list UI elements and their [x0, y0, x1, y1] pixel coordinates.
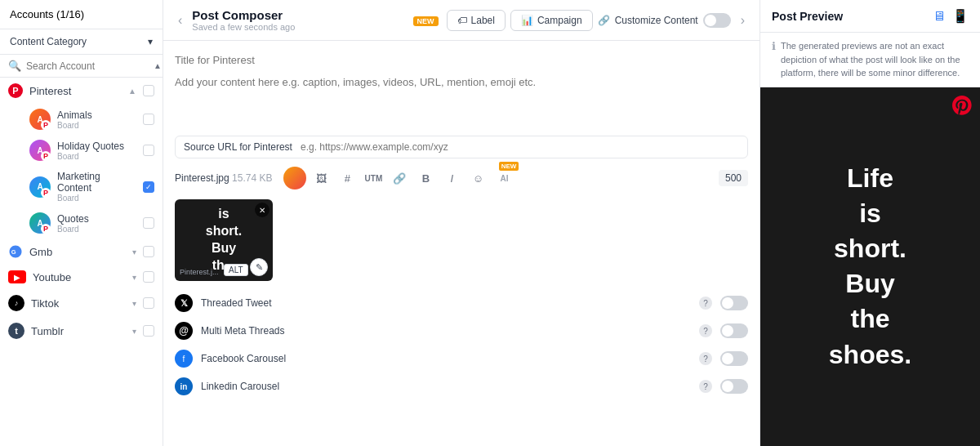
- uploaded-image: isshort.Buyth... ✕ Pinterest.j... ALT ✎: [175, 199, 273, 281]
- board-animals-info: Animals Board: [57, 109, 136, 130]
- link-tool-btn[interactable]: 🔗: [388, 167, 411, 190]
- link-icon: 🔗: [598, 15, 610, 26]
- next-arrow-btn[interactable]: ›: [737, 13, 748, 28]
- board-animals[interactable]: P A Animals Board: [0, 104, 163, 135]
- platform-tumblr-header[interactable]: t Tumblr ▾: [0, 317, 163, 345]
- multi-meta-label: Multi Meta Threads: [201, 325, 691, 337]
- gmb-icon: G: [8, 244, 23, 259]
- image-tool-btn[interactable]: 🖼: [310, 167, 332, 190]
- board-holiday[interactable]: P A Holiday Quotes Board: [0, 135, 163, 166]
- board-quotes-name: Quotes: [57, 213, 136, 225]
- search-icon: 🔍: [8, 60, 21, 72]
- li-carousel-label: Linkedin Carousel: [201, 381, 691, 392]
- board-marketing-avatar: P A: [29, 176, 51, 198]
- platform-pinterest-header[interactable]: P Pinterest ▲: [0, 78, 163, 104]
- source-url-input[interactable]: [301, 141, 739, 153]
- pinterest-checkbox[interactable]: [143, 85, 154, 96]
- li-carousel-help-icon[interactable]: ?: [699, 380, 712, 393]
- image-filename-label: Pinterest.j...: [180, 268, 219, 276]
- gmb-chevron-icon: ▾: [132, 248, 136, 256]
- tiktok-icon: ♪: [8, 295, 24, 311]
- x-icon: 𝕏: [175, 294, 193, 312]
- title-input[interactable]: [175, 51, 748, 69]
- info-icon: ℹ: [772, 40, 776, 52]
- desktop-preview-btn[interactable]: 🖥: [933, 8, 946, 24]
- svg-text:G: G: [11, 248, 16, 256]
- option-threaded-tweet: 𝕏 Threaded Tweet ?: [175, 294, 748, 312]
- file-name: Pinterest.jpg: [175, 172, 229, 184]
- li-carousel-toggle[interactable]: [720, 379, 748, 394]
- label-btn[interactable]: 🏷 Label: [447, 10, 506, 31]
- tumblr-icon: t: [8, 323, 24, 339]
- accounts-title: Accounts (1/16): [10, 8, 84, 20]
- board-quotes-label: Board: [57, 225, 136, 234]
- youtube-name: Youtube: [33, 271, 126, 283]
- bold-tool-btn[interactable]: B: [414, 167, 437, 190]
- source-url-label: Source URL for Pinterest: [184, 141, 292, 153]
- emoji-tool-btn[interactable]: ☺: [466, 167, 489, 190]
- alt-badge-btn[interactable]: ALT: [224, 264, 248, 276]
- prev-arrow-btn[interactable]: ‹: [175, 13, 185, 28]
- tumblr-name: Tumblr: [31, 325, 126, 337]
- tumblr-checkbox[interactable]: [143, 325, 154, 337]
- platform-gmb-header[interactable]: G Gmb ▾: [0, 239, 163, 265]
- linkedin-icon: in: [175, 377, 193, 395]
- preview-image: Lifeisshort.Buytheshoes.: [760, 87, 980, 447]
- search-input[interactable]: [26, 60, 149, 72]
- search-box: 🔍 ▲: [0, 55, 163, 78]
- facebook-icon: f: [175, 350, 193, 368]
- sidebar-header: Accounts (1/16): [0, 0, 163, 29]
- gmb-name: Gmb: [29, 246, 126, 258]
- board-quotes-checkbox[interactable]: [143, 217, 154, 229]
- platform-youtube-header[interactable]: ▶ Youtube ▾: [0, 265, 163, 289]
- threads-icon: @: [175, 322, 193, 340]
- board-marketing-checkbox[interactable]: [143, 181, 154, 193]
- board-marketing-name: Marketing Content: [57, 171, 136, 194]
- char-count: 500: [719, 170, 748, 186]
- tiktok-checkbox[interactable]: [143, 297, 154, 309]
- image-upload-area: isshort.Buyth... ✕ Pinterest.j... ALT ✎: [175, 199, 273, 281]
- option-fb-carousel: f Facebook Carousel ?: [175, 350, 748, 368]
- up-arrow-icon[interactable]: ▲: [154, 61, 162, 70]
- composer-title: Post Composer: [192, 8, 406, 22]
- multi-meta-toggle[interactable]: [720, 323, 748, 338]
- image-close-btn[interactable]: ✕: [255, 203, 270, 217]
- utm-tool-btn[interactable]: UTM: [362, 167, 385, 190]
- board-holiday-checkbox[interactable]: [143, 145, 154, 156]
- platform-tiktok-header[interactable]: ♪ Tiktok ▾: [0, 289, 163, 317]
- threaded-tweet-toggle[interactable]: [720, 296, 748, 310]
- content-input[interactable]: [175, 76, 748, 125]
- edit-image-btn[interactable]: ✎: [250, 258, 268, 276]
- content-category-dropdown[interactable]: Content Category ▾: [0, 29, 163, 55]
- multi-meta-help-icon[interactable]: ?: [699, 324, 712, 337]
- label-icon: 🏷: [457, 15, 467, 26]
- toolbar-row: Pinterest.jpg 15.74 KB 🖼 # UTM 🔗 B I ☺ A…: [175, 167, 748, 190]
- option-li-carousel: in Linkedin Carousel ?: [175, 377, 748, 395]
- option-multi-meta: @ Multi Meta Threads ?: [175, 322, 748, 340]
- hashtag-tool-btn[interactable]: #: [336, 167, 359, 190]
- accounts-list: P Pinterest ▲ P A Animals Board P: [0, 78, 163, 446]
- mobile-preview-btn[interactable]: 📱: [952, 8, 969, 24]
- italic-tool-btn[interactable]: I: [440, 167, 463, 190]
- preview-pinterest-icon: [952, 96, 972, 119]
- youtube-checkbox[interactable]: [143, 271, 154, 283]
- platform-gmb: G Gmb ▾: [0, 239, 163, 265]
- preview-panel: Post Preview 🖥 📱 ℹ The generated preview…: [760, 0, 980, 446]
- customize-toggle-switch[interactable]: [703, 13, 731, 28]
- campaign-btn[interactable]: 📊 Campaign: [510, 10, 593, 31]
- platform-tiktok: ♪ Tiktok ▾: [0, 289, 163, 317]
- threaded-tweet-help-icon[interactable]: ?: [699, 297, 712, 310]
- board-animals-checkbox[interactable]: [143, 114, 154, 125]
- pinterest-icon: P: [8, 83, 23, 98]
- gmb-checkbox[interactable]: [143, 246, 154, 257]
- color-picker-btn[interactable]: [283, 167, 306, 190]
- fb-carousel-toggle[interactable]: [720, 351, 748, 366]
- fb-carousel-help-icon[interactable]: ?: [699, 352, 712, 365]
- board-animals-name: Animals: [57, 109, 136, 121]
- board-quotes[interactable]: P A Quotes Board: [0, 207, 163, 239]
- options-list: 𝕏 Threaded Tweet ? @ Multi Meta Threads …: [175, 294, 748, 395]
- board-marketing[interactable]: P A Marketing Content Board: [0, 166, 163, 207]
- tiktok-name: Tiktok: [31, 297, 126, 310]
- tumblr-chevron-icon: ▾: [132, 327, 136, 336]
- file-info: Pinterest.jpg 15.74 KB: [175, 172, 272, 184]
